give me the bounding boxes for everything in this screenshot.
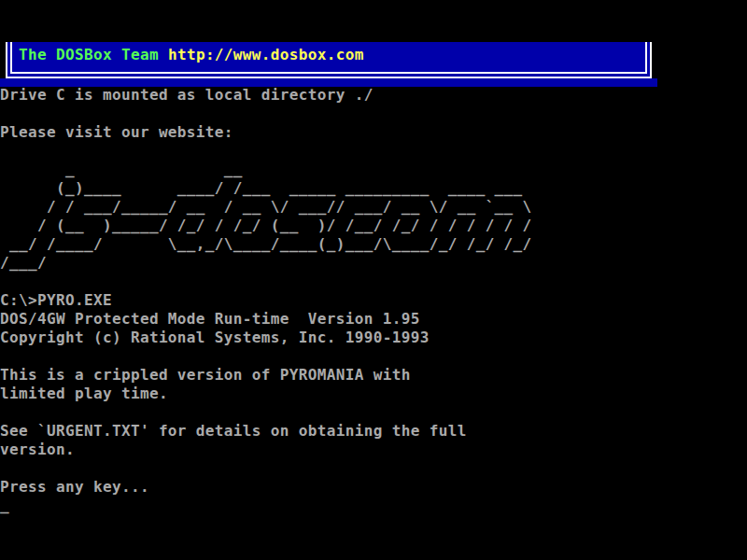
line-crippled-version-2: limited play time. [0,385,168,403]
line-press-any-key: Press any key... [0,478,149,497]
jsdos-ascii-logo: _ __ (_)____ ____/ /___ _____ _________ … [0,161,532,273]
line-dos4gw-version: DOS/4GW Protected Mode Run-time Version … [0,310,420,329]
banner-team-label: The DOSBox Team [19,46,159,63]
line-command-prompt: C:\>PYRO.EXE [0,291,112,310]
dosbox-banner: The DOSBox Teamhttp://www.dosbox.com [6,42,652,78]
dos-terminal-screen[interactable]: The DOSBox Teamhttp://www.dosbox.com Dri… [0,0,747,560]
line-urgent-txt-1: See `URGENT.TXT' for details on obtainin… [0,422,467,441]
banner-text: The DOSBox Teamhttp://www.dosbox.com [19,46,364,64]
terminal-cursor: _ [0,497,9,515]
line-crippled-version-1: This is a crippled version of PYROMANIA … [0,366,411,385]
banner-url-text: http://www.dosbox.com [168,46,364,63]
line-copyright: Copyright (c) Rational Systems, Inc. 199… [0,329,430,347]
line-website-prompt: Please visit our website: [0,123,233,142]
line-drive-mounted: Drive C is mounted as local directory ./ [0,86,374,105]
line-urgent-txt-2: version. [0,441,75,459]
